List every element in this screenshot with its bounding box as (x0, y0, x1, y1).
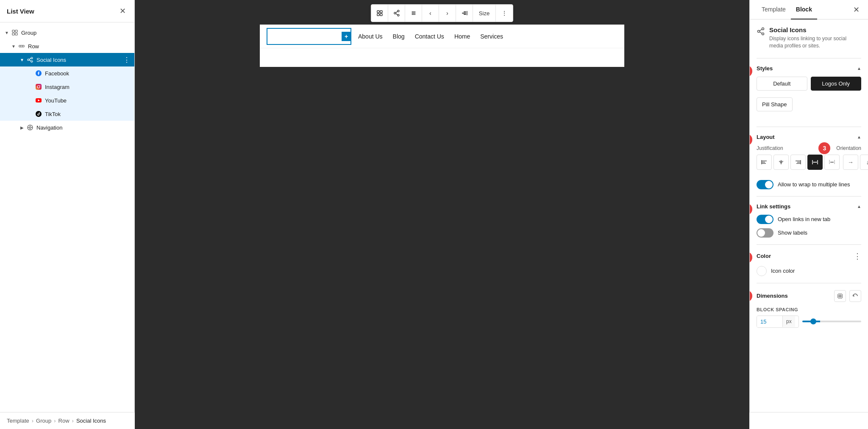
group-label: Group (21, 30, 131, 36)
svg-point-8 (28, 59, 29, 61)
nav-home[interactable]: Home (454, 33, 470, 40)
chevron-up-icon: ▲ (857, 66, 861, 71)
nav-contact-us[interactable]: Contact Us (415, 33, 444, 40)
svg-point-15 (40, 85, 41, 86)
svg-rect-26 (380, 11, 382, 13)
breadcrumb-template[interactable]: Template (7, 418, 29, 424)
justify-space-around-button[interactable] (824, 155, 840, 170)
svg-rect-13 (36, 84, 42, 90)
icon-color-swatch[interactable] (757, 266, 767, 276)
svg-point-20 (29, 127, 31, 128)
style-logos-only-button[interactable]: Logos Only (811, 77, 862, 91)
navigation-icon (26, 124, 34, 131)
prev-icon[interactable]: ‹ (422, 5, 439, 22)
dots-grid-icon[interactable] (405, 5, 422, 22)
next-icon[interactable]: › (439, 5, 456, 22)
svg-rect-1 (15, 30, 17, 32)
spacing-value-input[interactable] (757, 316, 782, 327)
show-labels-label: Show labels (778, 230, 861, 236)
size-button[interactable]: Size (473, 5, 496, 22)
close-button[interactable]: ✕ (117, 6, 128, 16)
justify-left-button[interactable] (757, 155, 772, 170)
panel-close-button[interactable]: ✕ (851, 5, 861, 15)
chevron-down-icon: ▼ (3, 29, 10, 36)
page-navigation: + About Us Blog Contact Us Home Services (260, 25, 624, 48)
social-icons-block[interactable]: + (267, 28, 351, 45)
tree-item-tiktok[interactable]: ▶ TikTok (0, 107, 134, 121)
svg-point-48 (758, 30, 760, 33)
facebook-label: Facebook (45, 70, 131, 77)
layout-labels: Justification 3 Orientation (757, 145, 861, 151)
block-header: Social Icons Display icons linking to yo… (757, 26, 861, 50)
styles-section-header[interactable]: Styles ▲ (757, 65, 861, 72)
share-icon[interactable] (388, 5, 405, 22)
spacing-slider[interactable] (802, 321, 861, 322)
breadcrumb-social-icons[interactable]: Social Icons (76, 418, 106, 424)
svg-point-66 (813, 161, 814, 162)
show-labels-toggle[interactable] (757, 228, 773, 238)
tree-container: ▼ Group ▼ Row (0, 22, 134, 429)
tree-item-facebook[interactable]: ▶ Facebook (0, 66, 134, 80)
step-badge-2: 2 (749, 134, 752, 146)
align-right-icon[interactable] (456, 5, 473, 22)
wrap-toggle[interactable] (757, 180, 773, 189)
svg-rect-4 (19, 45, 24, 47)
chevron-right-icon: ▶ (19, 124, 25, 131)
page-preview: + About Us Blog Contact Us Home Services (260, 25, 624, 67)
svg-point-35 (413, 11, 414, 12)
add-block-button[interactable]: + (342, 32, 351, 41)
nav-about-us[interactable]: About Us (358, 33, 383, 40)
svg-point-9 (31, 61, 33, 62)
group-icon (11, 29, 19, 36)
tree-item-social-icons[interactable]: ▼ Social Icons ⋮ (0, 53, 134, 66)
share-icon (26, 56, 34, 64)
link-dimensions-button[interactable] (834, 290, 846, 302)
orient-vertical-button[interactable]: ↓ (860, 155, 868, 170)
tab-template[interactable]: Template (757, 0, 791, 19)
svg-line-33 (395, 14, 398, 15)
chevron-up-icon: ▲ (857, 204, 861, 209)
svg-point-39 (414, 13, 415, 14)
style-default-button[interactable]: Default (757, 77, 807, 91)
more-options-button[interactable]: ⋮ (496, 5, 513, 22)
svg-point-67 (816, 161, 817, 162)
tree-item-instagram[interactable]: ▶ Inst (0, 80, 134, 94)
tree-item-navigation[interactable]: ▶ Navigation (0, 121, 134, 134)
nav-blog[interactable]: Blog (393, 33, 405, 40)
panel-title: List View (7, 8, 34, 15)
step-badge-6: 6 (749, 290, 752, 302)
breadcrumb-sep-3: › (72, 418, 74, 424)
svg-line-50 (760, 29, 762, 31)
breadcrumb-group[interactable]: Group (36, 418, 51, 424)
tree-item-row[interactable]: ▼ Row (0, 39, 134, 53)
dimensions-section: 6 Dimensions (757, 290, 861, 328)
breadcrumb-row[interactable]: Row (58, 418, 70, 424)
open-new-tab-toggle[interactable] (757, 215, 773, 224)
panel-content: Social Icons Display icons linking to yo… (750, 19, 868, 429)
justify-space-between-button[interactable] (807, 155, 823, 170)
layout-section-header[interactable]: Layout ▲ (757, 134, 861, 140)
left-panel: List View ✕ ▼ Group ▼ (0, 0, 135, 429)
link-settings-header[interactable]: Link settings ▲ (757, 203, 861, 210)
instagram-label: Instagram (45, 84, 131, 90)
justify-center-button[interactable] (773, 155, 789, 170)
svg-line-51 (760, 32, 762, 33)
chevron-down-icon: ▼ (19, 56, 25, 63)
block-name: Social Icons (769, 26, 861, 33)
tree-item-youtube[interactable]: ▶ YouTube (0, 94, 134, 107)
tree-item-group[interactable]: ▼ Group (0, 26, 134, 39)
breadcrumb-sep-1: › (32, 418, 33, 424)
nav-services[interactable]: Services (480, 33, 503, 40)
tab-block[interactable]: Block (791, 0, 817, 19)
color-menu-button[interactable]: ⋮ (854, 252, 861, 261)
svg-rect-44 (462, 13, 466, 14)
orient-horizontal-button[interactable]: → (843, 155, 858, 170)
reset-dimensions-button[interactable] (849, 290, 861, 302)
more-options-icon[interactable]: ⋮ (122, 55, 131, 64)
style-pill-shape-button[interactable]: Pill Shape (757, 97, 793, 111)
svg-rect-28 (380, 14, 382, 16)
transform-icon[interactable] (371, 5, 388, 22)
justify-right-button[interactable] (790, 155, 806, 170)
wrap-label: Allow to wrap to multiple lines (778, 181, 850, 188)
chevron-up-icon: ▲ (857, 135, 861, 139)
